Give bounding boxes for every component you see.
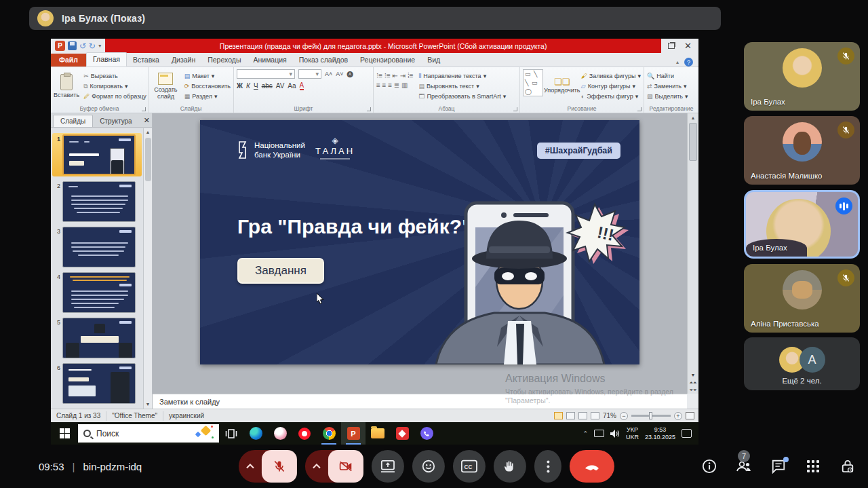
language-indicator[interactable]: украинский: [163, 411, 210, 421]
tab-review[interactable]: Рецензирование: [354, 54, 421, 67]
task-view-button[interactable]: [219, 422, 243, 445]
tab-file[interactable]: Файл: [51, 54, 86, 67]
bold-button[interactable]: Ж: [237, 82, 243, 90]
opera-icon[interactable]: [292, 422, 317, 445]
panel-tab-outline[interactable]: Структура: [93, 115, 138, 127]
pink-app-icon[interactable]: [268, 422, 292, 445]
strikethrough-button[interactable]: abc: [262, 82, 273, 90]
underline-button[interactable]: Ч: [254, 82, 258, 90]
host-controls-button[interactable]: [840, 458, 856, 474]
find-button[interactable]: 🔍Найти: [647, 72, 696, 81]
redo-icon[interactable]: ↺: [89, 42, 96, 50]
notes-pane[interactable]: Заметки к слайду: [153, 394, 687, 409]
tab-animations[interactable]: Анимация: [247, 54, 292, 67]
taskbar-search[interactable]: Поиск: [78, 424, 219, 443]
shape-effects-button[interactable]: ◐Эффекты фигур ▾: [581, 92, 641, 101]
font-dialog-launcher[interactable]: [367, 107, 371, 111]
shape-outline-button[interactable]: ▱Контур фигуры ▾: [581, 82, 641, 91]
reading-view-button[interactable]: [578, 412, 587, 419]
slide-thumbnail-6[interactable]: 6: [52, 363, 142, 404]
captions-button[interactable]: CC: [453, 450, 486, 483]
participant-tile-overflow[interactable]: A Ещё 2 чел.: [744, 337, 860, 390]
tab-slideshow[interactable]: Показ слайдов: [293, 54, 354, 67]
reactions-button[interactable]: [412, 450, 445, 483]
shrink-font-button[interactable]: A˅: [336, 71, 343, 77]
save-icon[interactable]: [68, 41, 77, 50]
shapes-gallery[interactable]: ▭ ╲ ╲ ▭ ◯ ▭ △ ↯ ↝ ⇨ ⇩ ◠ ☆ ⌒ ∿ ( ) ✩: [523, 69, 543, 96]
select-button[interactable]: ▧Выделить ▾: [647, 92, 696, 101]
language-switcher[interactable]: УКРUKR: [626, 426, 639, 441]
edge-icon[interactable]: [243, 422, 268, 445]
close-window-button[interactable]: ✕: [684, 41, 692, 50]
change-case-button[interactable]: Aa: [288, 82, 296, 90]
chrome-icon[interactable]: [317, 422, 341, 445]
font-name-combo[interactable]: ▾: [237, 69, 295, 79]
next-slide-button[interactable]: ⏷⏷: [688, 386, 698, 394]
zoom-in-button[interactable]: +: [674, 412, 682, 420]
paste-button[interactable]: Вставить: [54, 69, 79, 103]
tab-view[interactable]: Вид: [421, 54, 446, 67]
reset-button[interactable]: ⟳Восстановить: [184, 82, 231, 91]
align-text-button[interactable]: ▤Выровнять текст ▾: [419, 82, 507, 91]
font-color-button[interactable]: A: [300, 81, 304, 90]
powerpoint-taskbar-icon[interactable]: P: [341, 422, 366, 445]
slide-thumbnail-1[interactable]: 1: [52, 133, 142, 176]
camera-off-button[interactable]: [328, 450, 363, 483]
slide-thumbnail-2[interactable]: 2: [52, 181, 142, 222]
present-screen-button[interactable]: [372, 450, 404, 483]
previous-slide-button[interactable]: ⏶⏶: [688, 379, 698, 386]
bullets-numbering-icons[interactable]: ⁝≡ ⁝≡ ⇤ ⇥ ⁞≡: [376, 72, 414, 79]
participant-tile-3-speaking[interactable]: Іра Булах: [744, 190, 860, 259]
minimize-ribbon-icon[interactable]: ▴: [676, 59, 679, 65]
slide-thumbnail-4[interactable]: 4: [52, 272, 142, 313]
start-button[interactable]: [51, 422, 78, 445]
arrange-button[interactable]: ❏❏ Упорядочить: [547, 69, 578, 103]
participant-tile-2[interactable]: Анастасія Малишко: [744, 116, 860, 185]
tab-design[interactable]: Дизайн: [165, 54, 201, 67]
char-spacing-button[interactable]: AV: [276, 82, 285, 90]
meeting-details-button[interactable]: [701, 458, 717, 474]
zoom-slider[interactable]: [631, 415, 671, 417]
slide-thumbnail-5[interactable]: 5: [52, 318, 142, 358]
zavdannya-button[interactable]: Завдання: [237, 258, 324, 284]
slide-1[interactable]: Національний банк України ◈ ТАЛАН #Шахра…: [200, 120, 639, 364]
mic-options-chevron[interactable]: [239, 464, 262, 469]
scroll-down-icon[interactable]: ▼: [688, 371, 698, 379]
format-painter-button[interactable]: 🖉Формат по образцу: [83, 92, 146, 101]
activities-button[interactable]: [805, 458, 821, 474]
italic-button[interactable]: К: [246, 82, 250, 90]
tab-transitions[interactable]: Переходы: [201, 54, 247, 67]
recorder-app-icon[interactable]: [390, 422, 414, 445]
more-options-button[interactable]: [534, 450, 561, 483]
normal-view-button[interactable]: [554, 412, 563, 419]
alignment-icons[interactable]: ≡ ≡ ≡ ≣ ▥: [376, 81, 414, 89]
participant-tile-4[interactable]: Аліна Приставська: [744, 264, 860, 333]
qat-dropdown-icon[interactable]: ▾: [98, 43, 101, 49]
replace-button[interactable]: ⇄Заменить ▾: [647, 82, 696, 91]
clock-date[interactable]: 9:5323.10.2025: [645, 426, 675, 441]
slide-sorter-button[interactable]: [566, 412, 575, 419]
cut-button[interactable]: ✂Вырезать: [83, 72, 146, 81]
notification-center-icon[interactable]: [682, 429, 692, 438]
layout-button[interactable]: ▤Макет ▾: [184, 72, 231, 81]
new-slide-button[interactable]: Создать слайд: [151, 69, 180, 103]
volume-icon[interactable]: [610, 430, 620, 438]
fit-to-window-button[interactable]: [686, 412, 694, 419]
clipboard-dialog-launcher[interactable]: [142, 107, 146, 111]
panel-tab-slides[interactable]: Слайды: [53, 115, 93, 127]
help-icon[interactable]: ?: [684, 58, 693, 67]
zoom-out-button[interactable]: −: [620, 412, 628, 420]
camera-options-chevron[interactable]: [305, 464, 328, 469]
mic-off-button[interactable]: [262, 450, 297, 483]
text-direction-button[interactable]: ⫴Направление текста ▾: [419, 72, 507, 81]
restore-window-button[interactable]: [668, 43, 675, 49]
tray-expand-icon[interactable]: ⌃: [583, 430, 588, 437]
raise-hand-button[interactable]: [494, 450, 526, 483]
tab-insert[interactable]: Вставка: [127, 54, 165, 67]
file-explorer-icon[interactable]: [366, 422, 390, 445]
clear-format-button[interactable]: 🅐: [347, 71, 353, 78]
undo-icon[interactable]: ↺: [79, 42, 86, 50]
chat-button[interactable]: [770, 458, 787, 474]
network-icon[interactable]: [594, 430, 604, 437]
viber-icon[interactable]: [414, 422, 439, 445]
